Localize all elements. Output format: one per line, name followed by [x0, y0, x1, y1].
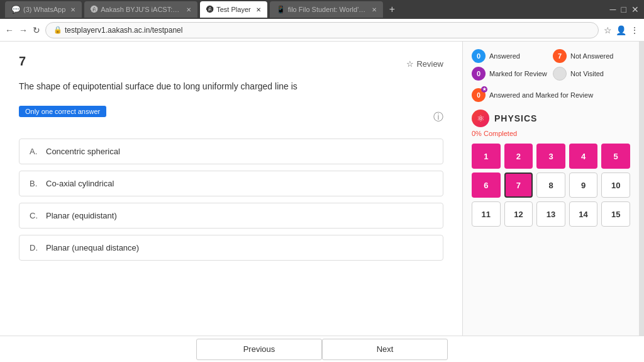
question-btn-10[interactable]: 10	[601, 173, 630, 198]
legend-not-visited: Not Visited	[553, 67, 630, 81]
bookmark-icon[interactable]: ☆	[604, 25, 612, 35]
maximize-button[interactable]: □	[621, 4, 626, 14]
option-d-letter: D.	[30, 243, 40, 252]
main-area: 7 ☆ Review The shape of equipotential su…	[0, 42, 644, 336]
option-a-text: Concentric spherical	[46, 147, 120, 156]
close-tab-filo[interactable]: ✕	[372, 6, 377, 13]
not-visited-badge	[553, 67, 567, 81]
next-button[interactable]: Next	[322, 339, 448, 360]
option-a-letter: A.	[30, 147, 40, 156]
tab-testplayer[interactable]: 🅐 Test Player ✕	[200, 1, 267, 18]
close-tab-aakash[interactable]: ✕	[186, 6, 191, 13]
question-btn-6[interactable]: 6	[472, 173, 501, 198]
option-d[interactable]: D. Planar (unequal distance)	[19, 235, 443, 261]
menu-icon[interactable]: ⋮	[630, 25, 639, 35]
subject-icon: ⚛	[472, 110, 489, 127]
question-btn-8[interactable]: 8	[536, 173, 565, 198]
question-btn-12[interactable]: 12	[504, 201, 533, 227]
option-b[interactable]: B. Co-axial cylindrical	[19, 171, 443, 196]
legend-answered: 0 Answered	[472, 49, 549, 63]
subject-name: PHYSICS	[494, 113, 537, 123]
not-visited-label: Not Visited	[570, 70, 604, 77]
sidebar: 0 Answered 7 Not Answered 0 Marked for R…	[463, 42, 639, 336]
legend: 0 Answered 7 Not Answered 0 Marked for R…	[472, 49, 630, 81]
option-b-letter: B.	[30, 179, 40, 188]
close-tab-whatsapp[interactable]: ✕	[70, 6, 75, 13]
forward-button[interactable]: →	[19, 25, 28, 35]
profile-icon[interactable]: 👤	[616, 25, 626, 35]
question-btn-14[interactable]: 14	[569, 201, 598, 227]
legend-answered-marked: 0 ★ Answered and Marked for Review	[472, 88, 630, 102]
not-answered-badge: 7	[553, 49, 567, 63]
url-text: testplayerv1.aakash.ac.in/testpanel	[65, 26, 182, 35]
option-d-text: Planar (unequal distance)	[46, 243, 139, 252]
close-tab-testplayer[interactable]: ✕	[256, 6, 261, 13]
question-btn-11[interactable]: 11	[472, 201, 501, 227]
tab-filo[interactable]: 📱 filo Filo Student: World's Only Live I…	[270, 1, 383, 18]
new-tab-button[interactable]: +	[386, 4, 399, 15]
question-btn-15[interactable]: 15	[601, 201, 630, 227]
legend-marked-review: 0 Marked for Review	[472, 67, 549, 81]
tab-aakash[interactable]: 🅐 Aakash BYJU'S iACST: Online Inst ✕	[84, 1, 197, 18]
previous-button[interactable]: Previous	[196, 339, 322, 360]
option-c-text: Planar (equidistant)	[46, 211, 117, 220]
question-text: The shape of equipotential surface due t…	[19, 80, 443, 93]
answered-badge: 0	[472, 49, 486, 63]
question-panel: 7 ☆ Review The shape of equipotential su…	[0, 42, 463, 336]
answered-marked-badge: 0 ★	[472, 88, 486, 102]
window-controls: ─ □ ✕	[610, 4, 639, 14]
review-button[interactable]: ☆ Review	[406, 59, 443, 69]
answered-marked-label: Answered and Marked for Review	[489, 91, 593, 99]
option-c-letter: C.	[30, 211, 40, 220]
url-bar[interactable]: 🔒 testplayerv1.aakash.ac.in/testpanel	[45, 22, 599, 38]
question-btn-2[interactable]: 2	[504, 144, 533, 169]
option-a[interactable]: A. Concentric spherical	[19, 139, 443, 164]
not-answered-label: Not Answered	[570, 52, 613, 60]
question-btn-4[interactable]: 4	[569, 144, 598, 169]
marked-review-badge: 0	[472, 67, 486, 81]
scrollbar[interactable]	[639, 42, 644, 336]
option-b-text: Co-axial cylindrical	[46, 179, 114, 188]
question-btn-1[interactable]: 1	[472, 144, 501, 169]
legend-not-answered: 7 Not Answered	[553, 49, 630, 63]
info-icon[interactable]: ⓘ	[433, 111, 443, 124]
reload-button[interactable]: ↻	[33, 25, 40, 35]
bottom-navigation: Previous Next	[0, 336, 644, 362]
address-icons: ☆ 👤 ⋮	[604, 25, 639, 35]
completed-text: 0% Completed	[472, 130, 630, 137]
question-btn-3[interactable]: 3	[536, 144, 565, 169]
close-button[interactable]: ✕	[631, 4, 639, 14]
address-bar: ← → ↻ 🔒 testplayerv1.aakash.ac.in/testpa…	[0, 19, 644, 42]
marked-review-label: Marked for Review	[489, 70, 547, 77]
question-btn-13[interactable]: 13	[536, 201, 565, 227]
question-btn-9[interactable]: 9	[569, 173, 598, 198]
answer-type-badge: Only one correct answer	[19, 106, 106, 117]
answered-label: Answered	[489, 52, 520, 60]
tab-whatsapp[interactable]: 💬 (3) WhatsApp ✕	[5, 1, 82, 18]
question-btn-5[interactable]: 5	[601, 144, 630, 169]
star-icon: ☆	[406, 59, 414, 69]
browser-title-bar: 💬 (3) WhatsApp ✕ 🅐 Aakash BYJU'S iACST: …	[0, 0, 644, 19]
subject-header: ⚛ PHYSICS	[472, 110, 630, 127]
question-grid: 1 2 3 4 5 6 7 8 9 10 11 12 13 14 15	[472, 144, 630, 227]
minimize-button[interactable]: ─	[610, 4, 616, 14]
option-c[interactable]: C. Planar (equidistant)	[19, 203, 443, 229]
question-number: 7	[19, 54, 26, 69]
back-button[interactable]: ←	[5, 25, 14, 35]
lock-icon: 🔒	[53, 26, 62, 34]
question-btn-7-current[interactable]: 7	[504, 173, 533, 198]
